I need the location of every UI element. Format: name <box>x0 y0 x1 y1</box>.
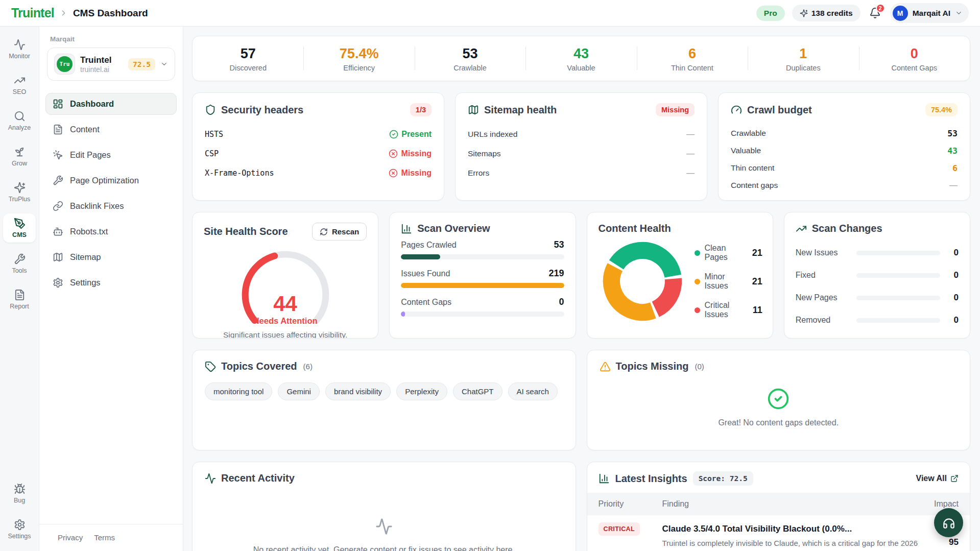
rescan-button[interactable]: Rescan <box>312 223 367 241</box>
topic-chip: Gemini <box>278 382 320 400</box>
row-value: 219 <box>548 268 564 279</box>
stat-valuable: 43Valuable <box>525 45 636 71</box>
file-text-icon <box>14 289 26 301</box>
credits-button[interactable]: 138 credits <box>792 5 861 21</box>
stat-value: 43 <box>525 46 636 62</box>
rail-item-seo[interactable]: SEO <box>3 70 36 100</box>
sidebar-item-dashboard[interactable]: Dashboard <box>45 93 177 115</box>
rail-label: Tools <box>12 267 27 274</box>
rail-item-grow[interactable]: Grow <box>3 142 36 171</box>
health-score-status: Needs Attention <box>233 316 338 326</box>
security-row-hsts: HSTS Present <box>205 125 432 144</box>
row-label: Crawlable <box>731 129 766 138</box>
card-title: Scan Overview <box>417 223 490 234</box>
sidebar-item-sitemap[interactable]: Sitemap <box>45 246 177 268</box>
stat-value: 0 <box>859 46 970 62</box>
recent-activity-card: Recent Activity No recent activity yet. … <box>192 462 576 551</box>
topic-chip: AI search <box>508 382 558 400</box>
scan-changes-row: New Issues0 <box>796 242 959 264</box>
rail-item-report[interactable]: Report <box>3 285 36 314</box>
row-value: 53 <box>947 129 958 138</box>
refresh-icon <box>320 228 328 236</box>
avatar: M <box>893 6 908 21</box>
progress-bar <box>401 283 564 288</box>
sitemap-status-badge: Missing <box>656 103 695 116</box>
site-health-gauge: 44 Needs Attention <box>233 243 338 327</box>
row-label: Pages Crawled <box>401 241 457 250</box>
terms-link[interactable]: Terms <box>94 533 115 542</box>
topics-missing-card: Topics Missing (0) Great! No content gap… <box>587 350 971 450</box>
pointer-click-icon <box>53 150 63 160</box>
crawl-row: Crawlable53 <box>731 125 958 142</box>
progress-bar <box>401 312 405 317</box>
workspace-selector[interactable]: Tru Truintel truintel.ai 72.5 <box>47 47 175 81</box>
legend-label: Critical Issues <box>705 301 748 319</box>
sidebar-item-edit-pages[interactable]: Edit Pages <box>45 144 177 166</box>
rail-item-cms[interactable]: CMS <box>3 213 36 243</box>
row-label: Sitemaps <box>468 149 501 158</box>
stat-label: Valuable <box>525 64 636 72</box>
warning-triangle-icon <box>600 361 611 372</box>
sidebar-item-content[interactable]: Content <box>45 118 177 140</box>
row-label: New Pages <box>796 293 849 302</box>
activity-icon <box>375 518 393 535</box>
map-icon <box>53 252 63 262</box>
nav-label: Sitemap <box>70 252 101 262</box>
app-logo[interactable]: Truintel <box>11 6 54 20</box>
stat-value: 53 <box>415 46 525 62</box>
row-value: 0 <box>947 270 959 280</box>
stat-thin-content: 6Thin Content <box>637 45 748 71</box>
chevron-down-icon <box>955 9 963 17</box>
user-menu[interactable]: M Marqait AI <box>890 3 969 23</box>
privacy-link[interactable]: Privacy <box>58 533 83 542</box>
trending-up-icon <box>14 75 26 86</box>
sidebar-item-robots-txt[interactable]: Robots.txt <box>45 221 177 243</box>
stat-label: Discovered <box>193 64 303 72</box>
empty-message: No recent activity yet. Generate content… <box>193 545 576 551</box>
stat-content-gaps: 0Content Gaps <box>859 45 970 71</box>
sidebar-item-page-optimization[interactable]: Page Optimization <box>45 170 177 191</box>
rail-item-truplus[interactable]: TruPlus <box>3 178 36 207</box>
notifications-button[interactable]: 2 <box>868 6 883 21</box>
nav-label: Dashboard <box>70 99 114 109</box>
rail-item-tools[interactable]: Tools <box>3 249 36 278</box>
topics-missing-count: (0) <box>695 362 704 371</box>
sidebar-item-backlink-fixes[interactable]: Backlink Fixes <box>45 195 177 217</box>
sidebar-item-settings[interactable]: Settings <box>45 272 177 294</box>
topic-chip: monitoring tool <box>205 382 272 400</box>
row-value: 6 <box>952 163 958 173</box>
latest-insights-card: Latest Insights Score: 72.5 View All Pri… <box>587 462 971 551</box>
rail-item-settings[interactable]: Settings <box>3 515 36 544</box>
rail-item-analyze[interactable]: Analyze <box>3 106 36 135</box>
rail-label: TruPlus <box>9 196 31 203</box>
scan-changes-row: Fixed0 <box>796 264 959 286</box>
insight-row[interactable]: CRITICAL Claude 3.5/4.0 Total Visibility… <box>587 515 970 551</box>
stat-duplicates: 1Duplicates <box>748 45 858 71</box>
status-text: Missing <box>401 169 432 178</box>
sidebar: Marqait Tru Truintel truintel.ai 72.5 Da… <box>39 27 183 551</box>
empty-message: Great! No content gaps detected. <box>587 418 970 427</box>
user-name: Marqait AI <box>913 9 950 18</box>
legend-value: 11 <box>753 305 762 316</box>
view-all-link[interactable]: View All <box>916 474 959 483</box>
shield-icon <box>205 104 216 115</box>
sitemap-health-card: Sitemap health Missing URLs indexed— Sit… <box>455 92 707 201</box>
topics-covered-card: Topics Covered (6) monitoring tool Gemin… <box>192 350 576 450</box>
gear-icon <box>14 519 26 531</box>
rail-label: Grow <box>12 160 27 167</box>
legend-value: 21 <box>752 276 762 287</box>
headphones-icon <box>942 516 955 530</box>
rail-item-monitor[interactable]: Monitor <box>3 35 36 64</box>
stat-label: Content Gaps <box>859 64 970 72</box>
rail-item-bug[interactable]: Bug <box>3 479 36 508</box>
progress-bar <box>856 318 940 323</box>
nav-label: Robots.txt <box>70 227 108 236</box>
workspace-domain: truintel.ai <box>80 65 123 74</box>
card-title: Latest Insights <box>615 473 687 485</box>
external-link-icon <box>950 474 959 483</box>
topbar: Truintel CMS Dashboard Pro 138 credits 2… <box>0 0 980 27</box>
row-label: Thin content <box>731 163 774 173</box>
progress-bar <box>401 254 440 259</box>
support-button[interactable] <box>934 508 963 537</box>
link-icon <box>53 201 63 211</box>
